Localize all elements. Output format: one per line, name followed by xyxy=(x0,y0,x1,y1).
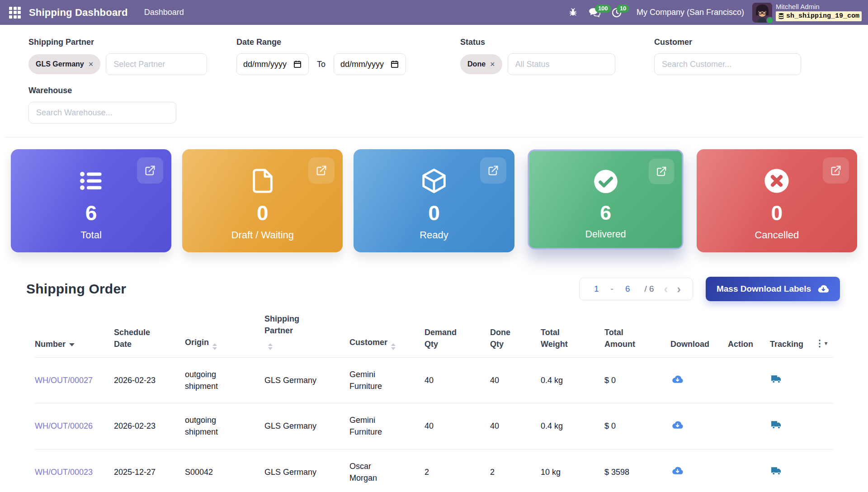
remove-tag-icon[interactable]: × xyxy=(89,60,94,69)
ready-count: 0 xyxy=(428,202,440,225)
table-row[interactable]: WH/OUT/00026 2026-02-23 outgoing shipmen… xyxy=(35,403,833,449)
col-download: Download xyxy=(670,309,728,358)
grid-icon xyxy=(9,7,21,19)
col-action: Action xyxy=(728,309,770,358)
warehouse-label: Warehouse xyxy=(28,86,863,95)
warehouse-search-input[interactable] xyxy=(28,102,176,123)
messages-button[interactable]: 100 xyxy=(586,4,604,22)
database-icon xyxy=(778,13,784,20)
open-external-button[interactable] xyxy=(137,157,163,184)
check-circle-icon xyxy=(593,166,618,197)
next-page-chevron-icon[interactable]: › xyxy=(673,283,684,295)
col-demand-qty[interactable]: Demand Qty xyxy=(425,309,490,358)
page-end[interactable]: 6 xyxy=(619,282,637,296)
open-external-button[interactable] xyxy=(308,157,335,184)
pagination: 1 - 6 / 6 ‹ › xyxy=(579,278,693,300)
total-count: 6 xyxy=(85,202,97,225)
menu-item-dashboard[interactable]: Dashboard xyxy=(144,8,184,17)
sort-icon xyxy=(212,343,217,350)
truck-icon xyxy=(771,466,782,476)
col-total-weight[interactable]: Total Weight xyxy=(541,309,604,358)
external-link-icon xyxy=(655,165,667,177)
user-name: Mitchell Admin xyxy=(776,3,862,11)
shipping-partner-input[interactable] xyxy=(106,53,207,75)
col-done-qty[interactable]: Done Qty xyxy=(490,309,541,358)
external-link-icon xyxy=(830,164,842,177)
database-badge: sh_shipping_19_com xyxy=(776,11,862,21)
date-to-input[interactable]: dd/mm/yyyy xyxy=(334,53,406,75)
col-schedule-date[interactable]: Schedule Date xyxy=(114,309,185,358)
download-label-button[interactable] xyxy=(670,374,684,387)
page-total: / 6 xyxy=(638,284,658,294)
company-switcher[interactable]: My Company (San Francisco) xyxy=(637,8,744,17)
col-total-amount[interactable]: Total Amount xyxy=(604,309,670,358)
cancelled-label: Cancelled xyxy=(755,229,799,241)
prev-page-chevron-icon[interactable]: ‹ xyxy=(660,283,672,295)
card-draft-waiting[interactable]: 0 Draft / Waiting xyxy=(182,149,343,252)
table-row[interactable]: WH/OUT/00027 2026-02-23 outgoing shipmen… xyxy=(35,358,833,403)
app-title[interactable]: Shipping Dashboard xyxy=(29,7,128,19)
remove-tag-icon[interactable]: × xyxy=(490,60,495,69)
tracking-button[interactable] xyxy=(770,419,783,432)
date-to-label: To xyxy=(314,60,328,69)
delivered-label: Delivered xyxy=(585,228,626,240)
page-start[interactable]: 1 xyxy=(588,282,605,296)
sort-desc-icon xyxy=(69,343,75,346)
calendar-icon xyxy=(390,60,399,69)
date-from-input[interactable]: dd/mm/yyyy xyxy=(236,53,309,75)
calendar-icon xyxy=(293,60,302,69)
shipping-orders-table: Number Schedule Date Origin Shipping Par… xyxy=(35,309,833,492)
card-cancelled[interactable]: 0 Cancelled xyxy=(697,149,857,252)
activities-button[interactable]: 10 xyxy=(608,4,626,22)
table-row[interactable]: WH/OUT/00023 2025-12-27 S00042 GLS Germa… xyxy=(35,449,833,492)
apps-grid-icon[interactable] xyxy=(7,5,23,20)
col-origin[interactable]: Origin xyxy=(185,309,264,358)
x-circle-icon xyxy=(764,165,790,197)
total-label: Total xyxy=(80,229,101,241)
delivered-count: 6 xyxy=(600,202,611,224)
card-delivered[interactable]: 6 Delivered xyxy=(528,150,684,250)
filters-panel: Shipping Partner GLS Germany × Date Rang… xyxy=(5,25,863,137)
cloud-download-icon xyxy=(817,284,829,294)
column-options-icon[interactable]: ⋮▾ xyxy=(815,338,828,348)
col-tracking: Tracking xyxy=(770,309,815,358)
debug-bug-button[interactable] xyxy=(564,4,582,22)
download-label-button[interactable] xyxy=(670,419,684,432)
user-menu[interactable]: Mitchell Admin sh_shipping_19_com xyxy=(752,3,862,23)
tracking-button[interactable] xyxy=(770,465,783,478)
col-number[interactable]: Number xyxy=(35,309,114,358)
cloud-download-icon xyxy=(671,374,684,384)
cloud-download-icon xyxy=(671,466,684,476)
shipping-partner-tag[interactable]: GLS Germany × xyxy=(28,54,100,74)
ready-label: Ready xyxy=(420,229,448,241)
date-range-label: Date Range xyxy=(236,38,406,47)
draft-label: Draft / Waiting xyxy=(231,229,294,241)
open-external-button[interactable] xyxy=(480,157,506,184)
top-navbar: Shipping Dashboard Dashboard 100 10 xyxy=(0,0,868,25)
kpi-cards-row: 6 Total 0 Draft / Waiting 0 Ready xyxy=(0,137,868,257)
card-ready[interactable]: 0 Ready xyxy=(354,149,514,252)
order-number-link[interactable]: WH/OUT/00027 xyxy=(35,376,93,385)
status-input[interactable] xyxy=(508,53,615,75)
col-shipping-partner[interactable]: Shipping Partner xyxy=(264,309,349,358)
mass-download-labels-button[interactable]: Mass Download Labels xyxy=(706,277,840,301)
customer-search-input[interactable] xyxy=(654,53,801,75)
col-customer[interactable]: Customer xyxy=(349,309,425,358)
col-options[interactable]: ⋮▾ xyxy=(815,309,833,358)
file-icon xyxy=(250,165,276,197)
download-label-button[interactable] xyxy=(670,465,684,478)
list-icon xyxy=(76,165,106,197)
cancelled-count: 0 xyxy=(771,202,783,225)
open-external-button[interactable] xyxy=(649,159,674,184)
order-number-link[interactable]: WH/OUT/00023 xyxy=(35,468,93,477)
shipping-partner-label: Shipping Partner xyxy=(28,38,212,47)
status-tag[interactable]: Done × xyxy=(460,54,502,74)
order-number-link[interactable]: WH/OUT/00026 xyxy=(35,421,93,430)
table-header-row: Number Schedule Date Origin Shipping Par… xyxy=(35,309,833,358)
tracking-button[interactable] xyxy=(770,374,783,386)
customer-label: Customer xyxy=(654,38,801,47)
open-external-button[interactable] xyxy=(823,157,849,184)
card-total[interactable]: 6 Total xyxy=(11,149,171,252)
truck-icon xyxy=(771,374,782,384)
status-label: Status xyxy=(460,38,621,47)
